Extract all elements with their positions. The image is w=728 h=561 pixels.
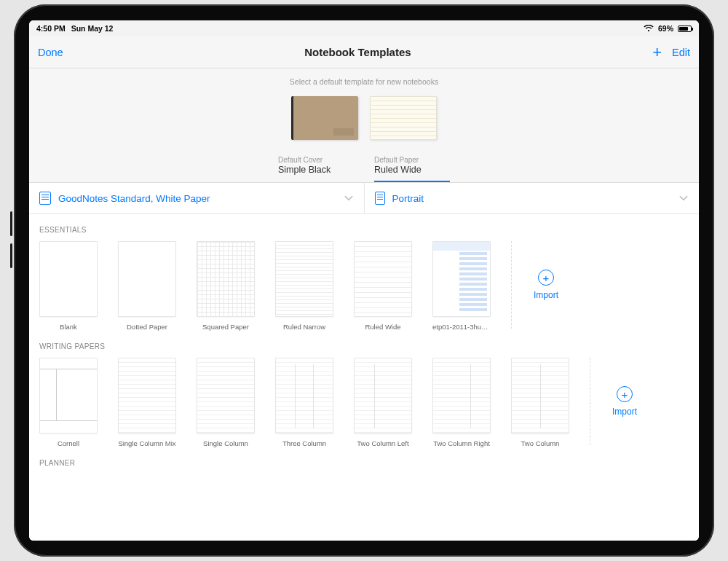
- default-paper-preview[interactable]: [370, 96, 437, 140]
- paper-icon: [39, 192, 51, 205]
- template-item[interactable]: Two Column Right: [432, 358, 491, 447]
- import-button-writing[interactable]: + Import: [590, 358, 637, 445]
- template-preview: [432, 358, 491, 434]
- battery-icon: [678, 26, 692, 32]
- navigation-bar: Done Notebook Templates + Edit: [29, 36, 699, 68]
- chevron-down-icon: [678, 193, 689, 203]
- status-date: Sun May 12: [71, 24, 114, 33]
- template-label: Cornell: [39, 439, 98, 447]
- template-label: etp01-2011-3hus-c1: [432, 323, 491, 331]
- edit-button[interactable]: Edit: [672, 47, 690, 58]
- template-label: Ruled Wide: [354, 323, 412, 331]
- plus-icon: +: [538, 270, 554, 286]
- section-label-writing: WRITING PAPERS: [29, 331, 699, 358]
- template-preview: [354, 241, 412, 317]
- template-item[interactable]: Single Column Mix: [118, 358, 176, 447]
- default-template-header: Select a default template for new notebo…: [29, 68, 699, 183]
- template-preview: [39, 358, 98, 434]
- template-label: Blank: [39, 323, 98, 331]
- template-label: Two Column Left: [354, 439, 412, 447]
- default-cover-preview[interactable]: [291, 96, 358, 140]
- template-label: Three Column: [275, 439, 333, 447]
- wifi-icon: [644, 25, 654, 32]
- orientation-icon: [375, 192, 385, 205]
- page-title: Notebook Templates: [304, 46, 411, 58]
- status-time: 4:50 PM: [36, 24, 66, 33]
- template-label: Ruled Narrow: [275, 323, 333, 331]
- template-preview: [275, 358, 333, 434]
- status-bar: 4:50 PM Sun May 12 69%: [29, 20, 699, 36]
- template-item[interactable]: Blank: [39, 241, 98, 331]
- template-item[interactable]: Squared Paper: [197, 241, 255, 331]
- section-label-essentials: ESSENTIALS: [29, 214, 699, 241]
- template-label: Two Column Right: [432, 439, 491, 447]
- orientation-selector[interactable]: Portrait: [365, 183, 700, 213]
- template-label: Squared Paper: [197, 323, 255, 331]
- template-item[interactable]: Two Column: [511, 358, 569, 447]
- template-preview: [118, 241, 176, 317]
- template-preview: [197, 241, 255, 317]
- template-item[interactable]: Dotted Paper: [118, 241, 176, 331]
- add-button[interactable]: +: [652, 44, 662, 60]
- template-label: Two Column: [511, 439, 569, 447]
- template-preview: [511, 358, 569, 434]
- chevron-down-icon: [344, 193, 354, 203]
- template-item[interactable]: Cornell: [39, 358, 98, 447]
- template-item[interactable]: Ruled Wide: [354, 241, 412, 331]
- header-subtitle: Select a default template for new notebo…: [29, 77, 699, 86]
- default-cover-tab[interactable]: Default Cover Simple Black: [278, 153, 354, 182]
- template-label: Single Column Mix: [118, 439, 176, 447]
- template-item[interactable]: Three Column: [275, 358, 333, 447]
- template-label: Dotted Paper: [118, 323, 176, 331]
- default-paper-tab[interactable]: Default Paper Ruled Wide: [374, 153, 450, 182]
- import-button-essentials[interactable]: + Import: [511, 241, 558, 329]
- template-item[interactable]: Ruled Narrow: [275, 241, 333, 331]
- template-preview: [432, 241, 491, 317]
- template-item[interactable]: Single Column: [197, 358, 255, 447]
- plus-icon: +: [617, 386, 633, 402]
- section-label-planner: PLANNER: [29, 447, 699, 474]
- template-preview: [354, 358, 412, 434]
- done-button[interactable]: Done: [38, 47, 63, 58]
- template-preview: [118, 358, 176, 434]
- template-item[interactable]: Two Column Left: [354, 358, 412, 447]
- template-preview: [39, 241, 98, 317]
- battery-percent: 69%: [658, 24, 673, 33]
- paper-type-selector[interactable]: GoodNotes Standard, White Paper: [29, 183, 365, 213]
- template-item[interactable]: etp01-2011-3hus-c1: [432, 241, 491, 331]
- template-preview: [275, 241, 333, 317]
- template-preview: [197, 358, 255, 434]
- template-label: Single Column: [197, 439, 255, 447]
